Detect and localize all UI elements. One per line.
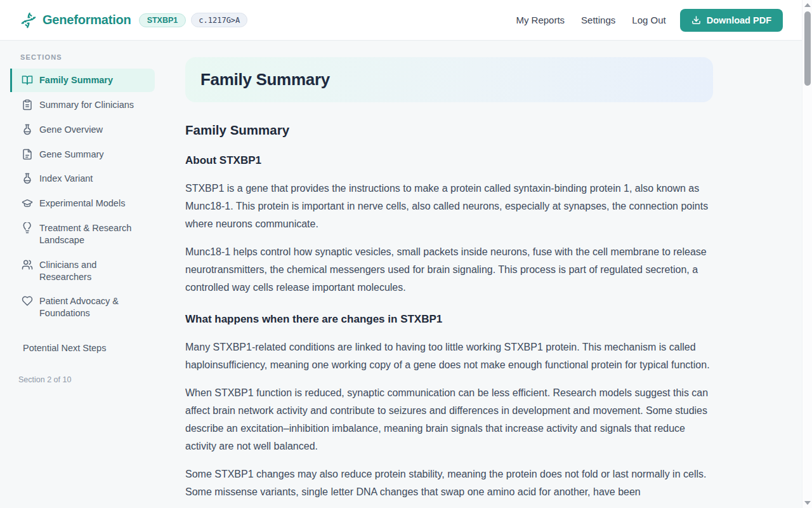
graduation-cap-icon (22, 197, 33, 209)
sidebar-item-clinicians-and-researchers[interactable]: Clinicians and Researchers (10, 253, 155, 289)
sidebar-item-label: Clinicians and Researchers (39, 259, 148, 283)
paragraph: Many STXBP1-related conditions are linke… (185, 338, 713, 374)
nav-settings[interactable]: Settings (581, 15, 615, 25)
sidebar-item-label: Experimental Models (39, 197, 125, 210)
page-hero-banner: Family Summary (185, 57, 713, 102)
download-pdf-label: Download PDF (707, 15, 771, 25)
sidebar-item-patient-advocacy-foundations[interactable]: Patient Advocacy & Foundations (10, 290, 155, 325)
scrollbar-down-arrow[interactable] (802, 498, 812, 508)
sidebar-item-summary-for-clinicians[interactable]: Summary for Clinicians (10, 93, 155, 117)
dna-logo-icon (19, 11, 37, 29)
sidebar-item-label: Summary for Clinicians (39, 99, 134, 111)
top-header: Geneformation STXBP1 c.1217G>A My Report… (0, 0, 802, 41)
subsection-heading-about: About STXBP1 (185, 154, 713, 167)
sidebar-item-treatment-research-landscape[interactable]: Treatment & Research Landscape (10, 217, 155, 252)
sidebar-item-label: Gene Summary (39, 149, 104, 161)
section-title: Family Summary (185, 123, 713, 138)
subsection-heading-changes: What happens when there are changes in S… (185, 313, 713, 326)
brand-name: Geneformation (43, 13, 131, 27)
sidebar-item-family-summary[interactable]: Family Summary (10, 69, 155, 92)
paragraph: When STXBP1 function is reduced, synapti… (185, 384, 713, 455)
flask-icon (22, 173, 33, 184)
sidebar-item-index-variant[interactable]: Index Variant (10, 167, 155, 190)
brand: Geneformation (20, 12, 131, 29)
section-progress: Section 2 of 10 (18, 375, 155, 384)
sidebar-item-label: Potential Next Steps (23, 342, 106, 354)
sections-sidebar: SECTIONS Family Summary (0, 41, 162, 508)
download-pdf-button[interactable]: Download PDF (680, 9, 783, 32)
download-icon (691, 15, 701, 25)
sidebar-item-label: Gene Overview (39, 124, 103, 136)
sidebar-item-label: Patient Advocacy & Foundations (39, 295, 148, 319)
sidebar-item-label: Treatment & Research Landscape (39, 222, 148, 246)
gene-badge: STXBP1 (139, 13, 187, 27)
header-nav: My Reports Settings Log Out (516, 15, 665, 25)
clipboard-list-icon (22, 99, 33, 110)
sidebar-item-label: Family Summary (39, 74, 113, 86)
users-icon (22, 259, 33, 271)
scrollbar-thumb[interactable] (804, 11, 811, 86)
nav-my-reports[interactable]: My Reports (516, 15, 565, 25)
header-badges: STXBP1 c.1217G>A (139, 13, 248, 27)
main-content: Family Summary Family Summary About STXB… (162, 41, 802, 508)
app-window: Geneformation STXBP1 c.1217G>A My Report… (0, 0, 812, 508)
sidebar-item-gene-summary[interactable]: Gene Summary (10, 143, 155, 166)
paragraph: Some STXBP1 changes may also reduce prot… (185, 465, 713, 501)
page-title: Family Summary (200, 70, 330, 90)
heart-icon (22, 295, 33, 307)
flask-icon (22, 124, 33, 135)
scrollbar-up-arrow[interactable] (802, 0, 812, 10)
paragraph: Munc18-1 helps control how synaptic vesi… (185, 243, 713, 297)
book-open-icon (22, 74, 33, 86)
vertical-scrollbar[interactable] (802, 0, 812, 508)
variant-badge: c.1217G>A (191, 13, 247, 27)
paragraph: STXBP1 is a gene that provides the instr… (185, 180, 713, 233)
sidebar-item-gene-overview[interactable]: Gene Overview (10, 118, 155, 142)
sidebar-item-label: Index Variant (39, 173, 93, 185)
sidebar-item-experimental-models[interactable]: Experimental Models (10, 192, 155, 215)
lightbulb-icon (22, 222, 33, 234)
file-text-icon (22, 149, 33, 160)
sidebar-heading: SECTIONS (20, 53, 155, 61)
nav-log-out[interactable]: Log Out (632, 15, 665, 25)
sidebar-item-potential-next-steps[interactable]: Potential Next Steps (10, 337, 155, 360)
